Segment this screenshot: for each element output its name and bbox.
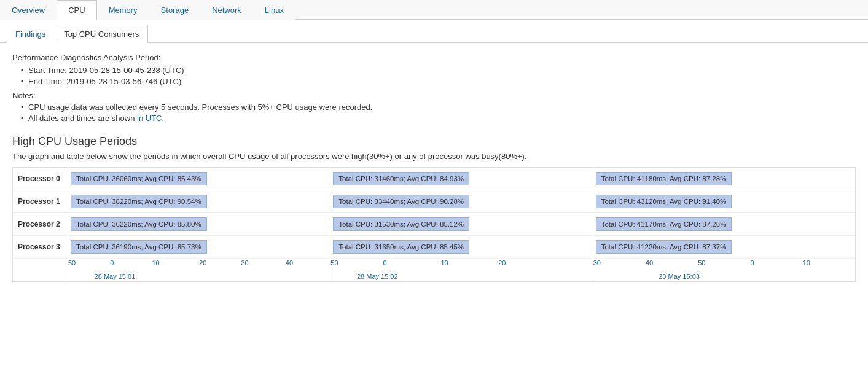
note-2: All dates and times are shown in UTC.: [22, 114, 856, 123]
tab-cpu[interactable]: CPU: [57, 0, 96, 20]
tab-memory[interactable]: Memory: [97, 0, 149, 20]
processor-0-seg-0: Total CPU: 36060ms; Avg CPU: 85.43%: [68, 168, 330, 190]
section-desc: The graph and table below show the perio…: [12, 152, 856, 161]
period-label: Performance Diagnostics Analysis Period:: [12, 53, 856, 62]
processor-1-seg-1: Total CPU: 33440ms; Avg CPU: 90.28%: [330, 190, 593, 212]
processor-3-seg-2: Total CPU: 41220ms; Avg CPU: 87.37%: [593, 236, 855, 258]
processor-0-label: Processor 0: [13, 168, 68, 190]
x-date-3: 28 May 15:03: [659, 273, 700, 280]
x-tick-0-2: 0: [383, 259, 387, 267]
tab-storage[interactable]: Storage: [149, 0, 201, 20]
processor-1-row: Processor 1 Total CPU: 38220ms; Avg CPU:…: [13, 190, 855, 213]
x-tick-0-3: 0: [750, 259, 754, 267]
x-tick-40-3: 40: [646, 259, 653, 267]
notes-list: CPU usage data was collected every 5 sec…: [12, 103, 856, 123]
x-date-2: 28 May 15:02: [357, 273, 398, 280]
tab-linux[interactable]: Linux: [253, 0, 295, 20]
x-seg-3: 30 40 50 0 10 28 May 15:03: [593, 259, 855, 281]
processor-0-bar-2: Total CPU: 41180ms; Avg CPU: 87.28%: [596, 172, 732, 185]
analysis-period-section: Performance Diagnostics Analysis Period:…: [12, 53, 856, 123]
processor-1-bar-2: Total CPU: 43120ms; Avg CPU: 91.40%: [596, 195, 732, 208]
processor-1-bar-0: Total CPU: 38220ms; Avg CPU: 90.54%: [71, 195, 207, 208]
period-list: Start Time: 2019-05-28 15-00-45-238 (UTC…: [12, 66, 856, 86]
x-tick-50-2: 50: [330, 259, 338, 267]
top-tab-bar: Overview CPU Memory Storage Network Linu…: [0, 0, 868, 20]
processor-2-cells: Total CPU: 36220ms; Avg CPU: 85.80% Tota…: [68, 213, 855, 235]
processor-2-bar-0: Total CPU: 36220ms; Avg CPU: 85.80%: [71, 217, 207, 231]
processor-2-seg-1: Total CPU: 31530ms; Avg CPU: 85.12%: [330, 213, 593, 235]
x-tick-20-1: 20: [199, 259, 206, 267]
x-tick-30-1: 30: [241, 259, 248, 267]
processor-2-bar-2: Total CPU: 41170ms; Avg CPU: 87.26%: [596, 217, 732, 231]
processor-2-seg-2: Total CPU: 41170ms; Avg CPU: 87.26%: [593, 213, 855, 235]
x-tick-40-1: 40: [286, 259, 293, 267]
x-tick-20-2: 20: [498, 259, 506, 267]
sub-tab-bar: Findings Top CPU Consumers: [0, 25, 868, 43]
start-time: Start Time: 2019-05-28 15-00-45-238 (UTC…: [22, 66, 856, 75]
x-date-1: 28 May 15:01: [95, 273, 136, 280]
processor-1-seg-2: Total CPU: 43120ms; Avg CPU: 91.40%: [593, 190, 855, 212]
processor-0-bar-0: Total CPU: 36060ms; Avg CPU: 85.43%: [71, 172, 207, 185]
tab-top-cpu-consumers[interactable]: Top CPU Consumers: [55, 25, 148, 43]
x-tick-50-3: 50: [698, 259, 705, 267]
processor-2-row: Processor 2 Total CPU: 36220ms; Avg CPU:…: [13, 213, 855, 236]
processor-0-row: Processor 0 Total CPU: 36060ms; Avg CPU:…: [13, 168, 855, 190]
processor-3-bar-1: Total CPU: 31650ms; Avg CPU: 85.45%: [333, 240, 469, 254]
processor-3-bar-0: Total CPU: 36190ms; Avg CPU: 85.73%: [71, 240, 207, 254]
x-axis-labels: 50 0 10 20 30 40 28 May 15:01 50 0 10 20…: [68, 259, 855, 281]
x-tick-50-1: 50: [68, 259, 76, 267]
processor-0-cells: Total CPU: 36060ms; Avg CPU: 85.43% Tota…: [68, 168, 855, 190]
tab-network[interactable]: Network: [200, 0, 253, 20]
utc-link: in UTC.: [137, 114, 164, 123]
processor-0-seg-2: Total CPU: 41180ms; Avg CPU: 87.28%: [593, 168, 855, 190]
processor-3-seg-0: Total CPU: 36190ms; Avg CPU: 85.73%: [68, 236, 330, 258]
processor-2-seg-0: Total CPU: 36220ms; Avg CPU: 85.80%: [68, 213, 330, 235]
x-tick-10-2: 10: [440, 259, 448, 267]
cpu-chart-table: Processor 0 Total CPU: 36060ms; Avg CPU:…: [12, 167, 856, 282]
processor-1-bar-1: Total CPU: 33440ms; Avg CPU: 90.28%: [333, 195, 469, 208]
x-seg-2: 50 0 10 20 28 May 15:02: [330, 259, 593, 281]
processor-1-seg-0: Total CPU: 38220ms; Avg CPU: 90.54%: [68, 190, 330, 212]
x-tick-10-1: 10: [152, 259, 159, 267]
processor-3-cells: Total CPU: 36190ms; Avg CPU: 85.73% Tota…: [68, 236, 855, 258]
x-axis-row: 50 0 10 20 30 40 28 May 15:01 50 0 10 20…: [13, 259, 855, 281]
x-seg-1: 50 0 10 20 30 40 28 May 15:01: [68, 259, 330, 281]
tab-findings[interactable]: Findings: [6, 25, 55, 43]
processor-2-bar-1: Total CPU: 31530ms; Avg CPU: 85.12%: [333, 217, 469, 231]
end-time: End Time: 2019-05-28 15-03-56-746 (UTC): [22, 77, 856, 86]
notes-label: Notes:: [12, 91, 856, 100]
processor-0-bar-1: Total CPU: 31460ms; Avg CPU: 84.93%: [333, 172, 469, 185]
processor-3-seg-1: Total CPU: 31650ms; Avg CPU: 85.45%: [330, 236, 593, 258]
main-content: Performance Diagnostics Analysis Period:…: [0, 43, 868, 292]
processor-3-label: Processor 3: [13, 236, 68, 258]
section-title: High CPU Usage Periods: [12, 135, 856, 148]
tab-overview[interactable]: Overview: [0, 0, 57, 20]
note-1: CPU usage data was collected every 5 sec…: [22, 103, 856, 112]
processor-1-label: Processor 1: [13, 190, 68, 212]
processor-0-seg-1: Total CPU: 31460ms; Avg CPU: 84.93%: [330, 168, 593, 190]
processor-3-row: Processor 3 Total CPU: 36190ms; Avg CPU:…: [13, 236, 855, 259]
x-tick-30-3: 30: [593, 259, 601, 267]
x-tick-0-1: 0: [110, 259, 114, 267]
processor-1-cells: Total CPU: 38220ms; Avg CPU: 90.54% Tota…: [68, 190, 855, 212]
x-tick-10-3: 10: [803, 259, 810, 267]
processor-2-label: Processor 2: [13, 213, 68, 235]
processor-3-bar-2: Total CPU: 41220ms; Avg CPU: 87.37%: [596, 240, 732, 254]
x-axis-spacer: [13, 259, 68, 281]
